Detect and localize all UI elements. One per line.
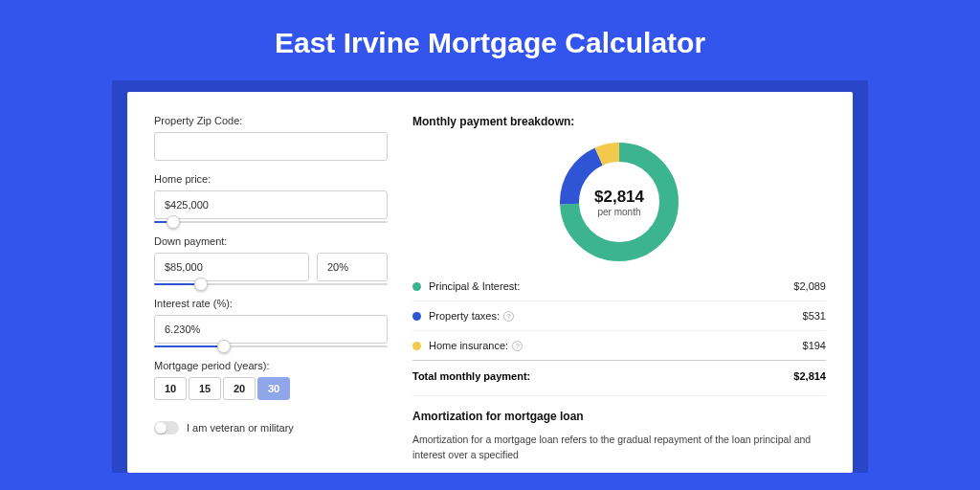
legend-label: Principal & Interest: [429, 280, 793, 292]
calculator-shadow: Property Zip Code: Home price: Down paym… [112, 80, 868, 473]
amortization-text: Amortization for a mortgage loan refers … [412, 433, 826, 463]
veteran-row: I am veteran or military [154, 421, 388, 434]
help-icon[interactable]: ? [503, 311, 514, 322]
legend-label: Property taxes:? [429, 310, 803, 322]
legend-label-text: Principal & Interest: [429, 280, 520, 292]
legend-value: $2,089 [793, 280, 826, 292]
home-price-slider[interactable] [154, 221, 388, 223]
interest-rate-group: Interest rate (%): [154, 298, 388, 347]
breakdown-legend: Principal & Interest:$2,089Property taxe… [412, 272, 826, 360]
legend-label: Home insurance:? [429, 340, 803, 351]
period-button-10[interactable]: 10 [154, 377, 187, 400]
down-payment-amount-input[interactable] [154, 253, 309, 281]
period-button-15[interactable]: 15 [189, 377, 221, 400]
donut-amount: $2,814 [594, 188, 644, 207]
inputs-column: Property Zip Code: Home price: Down paym… [154, 115, 388, 463]
calculator-card: Property Zip Code: Home price: Down paym… [127, 92, 853, 473]
interest-rate-input[interactable] [154, 315, 388, 344]
legend-value: $194 [803, 340, 826, 351]
veteran-toggle[interactable] [154, 421, 179, 434]
total-label: Total monthly payment: [412, 370, 793, 382]
help-icon[interactable]: ? [512, 341, 523, 351]
down-payment-slider[interactable] [154, 283, 388, 285]
zip-group: Property Zip Code: [154, 115, 388, 161]
interest-rate-slider-thumb[interactable] [217, 340, 231, 353]
legend-row: Property taxes:?$531 [412, 301, 826, 331]
interest-rate-slider[interactable] [154, 345, 388, 347]
down-payment-slider-thumb[interactable] [194, 278, 208, 291]
home-price-group: Home price: [154, 173, 388, 223]
mortgage-period-buttons: 10152030 [154, 377, 388, 400]
legend-dot-icon [412, 342, 421, 350]
down-payment-label: Down payment: [154, 235, 388, 247]
breakdown-title: Monthly payment breakdown: [412, 115, 826, 128]
donut-wrap: $2,814 per month [412, 134, 826, 272]
home-price-slider-thumb[interactable] [167, 215, 180, 229]
legend-label-text: Property taxes: [429, 310, 500, 322]
breakdown-column: Monthly payment breakdown: $2,814 per mo… [412, 115, 826, 463]
donut-center: $2,814 per month [559, 142, 679, 262]
home-price-label: Home price: [154, 173, 388, 185]
period-button-20[interactable]: 20 [223, 377, 256, 400]
total-row: Total monthly payment: $2,814 [412, 360, 826, 395]
period-button-30[interactable]: 30 [257, 377, 290, 400]
interest-rate-label: Interest rate (%): [154, 298, 388, 309]
down-payment-group: Down payment: [154, 235, 388, 285]
down-payment-percent-input[interactable] [317, 253, 388, 281]
legend-label-text: Home insurance: [429, 340, 508, 351]
zip-label: Property Zip Code: [154, 115, 388, 126]
legend-row: Home insurance:?$194 [412, 331, 826, 360]
home-price-input[interactable] [154, 190, 388, 219]
zip-input[interactable] [154, 132, 388, 161]
legend-dot-icon [412, 312, 421, 321]
veteran-label: I am veteran or military [187, 422, 294, 434]
legend-row: Principal & Interest:$2,089 [412, 272, 826, 301]
total-value: $2,814 [793, 370, 826, 382]
legend-value: $531 [803, 310, 826, 322]
donut-subtext: per month [597, 207, 640, 217]
amortization-title: Amortization for mortgage loan [412, 410, 826, 423]
donut-chart: $2,814 per month [559, 142, 679, 262]
interest-rate-slider-fill [154, 345, 224, 347]
legend-dot-icon [412, 282, 421, 291]
mortgage-period-label: Mortgage period (years): [154, 360, 388, 371]
mortgage-period-group: Mortgage period (years): 10152030 [154, 360, 388, 400]
page-title: East Irvine Mortgage Calculator [0, 0, 980, 80]
amortization-section: Amortization for mortgage loan Amortizat… [412, 395, 826, 463]
